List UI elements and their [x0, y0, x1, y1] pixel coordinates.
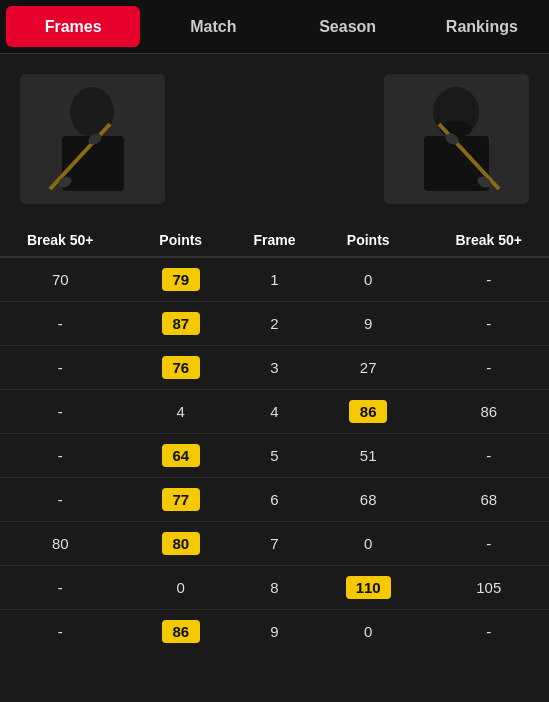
- table-row: 808070-: [0, 522, 549, 566]
- cell-points-right: 0: [308, 522, 429, 566]
- player-right-silhouette: [384, 74, 529, 204]
- player-left-silhouette: [20, 74, 165, 204]
- cell-points-left: 79: [121, 257, 242, 302]
- player-left-photo: [20, 74, 165, 204]
- table-row: -7766868: [0, 478, 549, 522]
- table-header: Break 50+ Points Frame Points Break 50+: [0, 224, 549, 257]
- cell-points-right: 0: [308, 610, 429, 654]
- cell-points-right: 51: [308, 434, 429, 478]
- cell-frame: 3: [241, 346, 308, 390]
- cell-break50-right: -: [428, 522, 549, 566]
- cell-frame: 6: [241, 478, 308, 522]
- cell-break50-left: 70: [0, 257, 121, 302]
- header-points-left: Points: [121, 224, 242, 257]
- cell-points-right: 110: [308, 566, 429, 610]
- cell-break50-left: -: [0, 566, 121, 610]
- cell-break50-right: -: [428, 302, 549, 346]
- cell-frame: 4: [241, 390, 308, 434]
- cell-frame: 1: [241, 257, 308, 302]
- header-break50-right: Break 50+: [428, 224, 549, 257]
- cell-break50-right: -: [428, 434, 549, 478]
- cell-points-left: 80: [121, 522, 242, 566]
- table-row: 707910-: [0, 257, 549, 302]
- table-body: 707910--8729--76327--448686-64551--77668…: [0, 257, 549, 653]
- players-row: [0, 54, 549, 214]
- cell-points-right: 27: [308, 346, 429, 390]
- table-row: -8729-: [0, 302, 549, 346]
- cell-points-right: 0: [308, 257, 429, 302]
- tab-frames[interactable]: Frames: [6, 6, 140, 47]
- table-row: -8690-: [0, 610, 549, 654]
- cell-points-right: 68: [308, 478, 429, 522]
- cell-frame: 2: [241, 302, 308, 346]
- tab-rankings[interactable]: Rankings: [415, 0, 549, 53]
- cell-points-left: 0: [121, 566, 242, 610]
- header-points-right: Points: [308, 224, 429, 257]
- cell-break50-left: -: [0, 610, 121, 654]
- cell-break50-right: -: [428, 257, 549, 302]
- cell-points-right: 9: [308, 302, 429, 346]
- cell-points-left: 76: [121, 346, 242, 390]
- cell-break50-right: -: [428, 610, 549, 654]
- header-break50-left: Break 50+: [0, 224, 121, 257]
- cell-break50-left: 80: [0, 522, 121, 566]
- cell-frame: 8: [241, 566, 308, 610]
- cell-points-right: 86: [308, 390, 429, 434]
- stats-table: Break 50+ Points Frame Points Break 50+ …: [0, 224, 549, 653]
- table-row: -08110105: [0, 566, 549, 610]
- header-frame: Frame: [241, 224, 308, 257]
- cell-break50-right: 68: [428, 478, 549, 522]
- cell-frame: 9: [241, 610, 308, 654]
- cell-frame: 5: [241, 434, 308, 478]
- tab-bar: Frames Match Season Rankings: [0, 0, 549, 54]
- cell-break50-left: -: [0, 302, 121, 346]
- cell-frame: 7: [241, 522, 308, 566]
- tab-season[interactable]: Season: [281, 0, 415, 53]
- cell-break50-right: -: [428, 346, 549, 390]
- cell-points-left: 87: [121, 302, 242, 346]
- table-row: -64551-: [0, 434, 549, 478]
- cell-points-left: 77: [121, 478, 242, 522]
- cell-break50-left: -: [0, 434, 121, 478]
- player-right-photo: [384, 74, 529, 204]
- cell-break50-right: 105: [428, 566, 549, 610]
- cell-break50-left: -: [0, 346, 121, 390]
- table-row: -448686: [0, 390, 549, 434]
- cell-break50-right: 86: [428, 390, 549, 434]
- cell-points-left: 86: [121, 610, 242, 654]
- cell-points-left: 64: [121, 434, 242, 478]
- tab-match[interactable]: Match: [146, 0, 280, 53]
- cell-break50-left: -: [0, 390, 121, 434]
- cell-break50-left: -: [0, 478, 121, 522]
- table-row: -76327-: [0, 346, 549, 390]
- cell-points-left: 4: [121, 390, 242, 434]
